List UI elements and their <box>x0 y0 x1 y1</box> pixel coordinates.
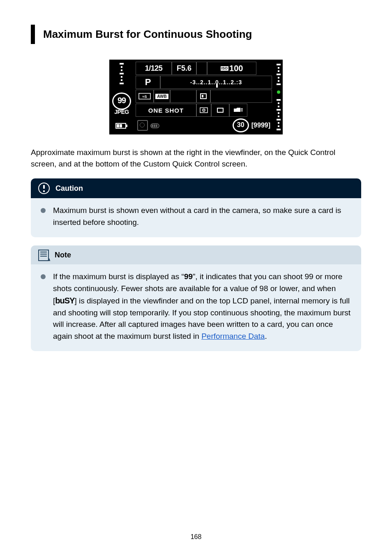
qc-auto-lighting-icon <box>196 90 210 103</box>
qc-awb: AWB <box>154 90 170 103</box>
qc-iso-value: 100 <box>229 64 243 73</box>
qc-blank3 <box>210 90 272 103</box>
qc-drive-icon <box>211 104 229 117</box>
qc-blank2 <box>170 90 196 103</box>
wifi-icon <box>150 122 161 129</box>
note-text-pre: If the maximum burst is displayed as “ <box>53 272 184 281</box>
caution-callout: Caution Maximum burst is shown even with… <box>31 178 361 237</box>
camera-display-figure: 99 JPEG 1/125 F5.6 <box>31 60 361 134</box>
ev-indicator-icon <box>216 84 218 88</box>
caution-item: Maximum burst is shown even without a ca… <box>41 205 351 228</box>
qc-folder-icon <box>229 104 247 117</box>
svg-rect-18 <box>154 125 155 127</box>
qc-shots-remaining: [9999] <box>251 122 270 129</box>
qc-q-icon <box>137 120 148 131</box>
svg-rect-3 <box>120 124 122 127</box>
quick-control-screen: 1/125 F5.6 ISO 100 P -3..2..1..0..1..2.:… <box>134 60 274 134</box>
heading-accent-bar <box>31 25 35 44</box>
note-item: If the maximum burst is displayed as “99… <box>41 271 351 342</box>
svg-rect-12 <box>217 108 223 112</box>
qc-blank1 <box>196 62 207 75</box>
note-text-post: . <box>265 332 267 340</box>
svg-point-11 <box>203 110 204 111</box>
iso-badge-icon: ISO <box>221 66 229 71</box>
green-dot-icon <box>277 90 280 94</box>
note-99: 99 <box>184 272 193 281</box>
viewfinder-panel: 99 JPEG <box>109 60 134 134</box>
battery-icon <box>115 122 128 130</box>
body-paragraph: Approximate maximum burst is shown at th… <box>31 147 361 169</box>
qc-picture-style-icon: ≈S <box>136 90 154 103</box>
caution-title: Caution <box>55 184 83 193</box>
viewfinder-format-label: JPEG <box>114 108 129 115</box>
qc-shutter: 1/125 <box>136 62 172 75</box>
note-header: Note <box>31 245 361 264</box>
svg-rect-8 <box>202 95 203 97</box>
caution-header: Caution <box>31 178 361 198</box>
svg-rect-1 <box>126 125 127 127</box>
svg-rect-19 <box>156 125 157 127</box>
right-scale-panel <box>274 60 283 134</box>
page-number: 168 <box>0 533 392 541</box>
section-heading: Maximum Burst for Continuous Shooting <box>31 25 361 44</box>
qc-iso: ISO 100 <box>207 62 256 75</box>
viewfinder-burst-value: 99 <box>112 93 131 110</box>
svg-text:≈S: ≈S <box>143 95 147 99</box>
awb-badge: AWB <box>155 94 168 99</box>
svg-rect-2 <box>117 124 119 127</box>
qc-metering-icon <box>196 104 211 117</box>
busy-icon-text: buSY <box>55 296 74 305</box>
qc-burst-circle: 30 <box>233 118 249 132</box>
qc-af-mode: ONE SHOT <box>136 104 196 117</box>
note-icon <box>38 250 49 260</box>
note-callout: Note If the maximum burst is displayed a… <box>31 245 361 351</box>
performance-data-link[interactable]: Performance Data <box>201 332 265 340</box>
viewfinder-scale-top <box>120 62 124 85</box>
qc-aperture: F5.6 <box>172 62 196 75</box>
heading-text: Maximum Burst for Continuous Shooting <box>43 25 252 44</box>
caution-icon <box>38 183 50 194</box>
svg-rect-17 <box>152 125 153 127</box>
qc-mode: P <box>136 76 160 89</box>
note-title: Note <box>55 251 71 259</box>
qc-exposure-scale: -3..2..1..0..1..2.:3 <box>160 76 272 89</box>
